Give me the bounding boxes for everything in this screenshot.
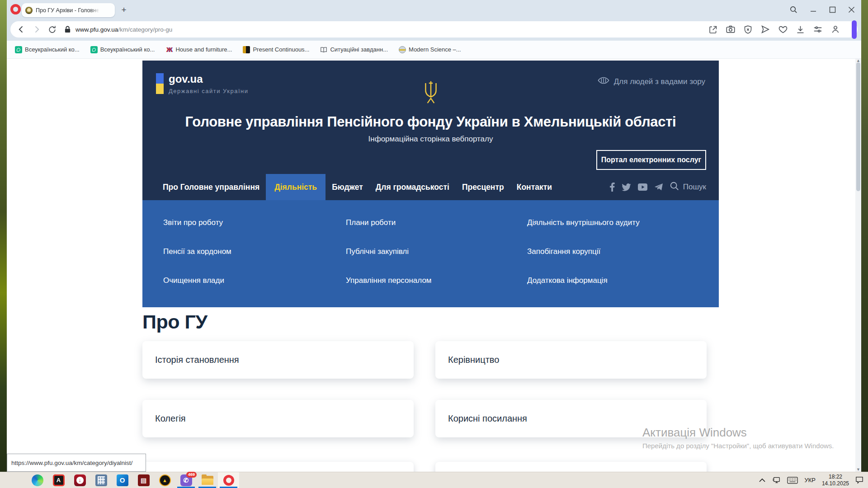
site-search[interactable]: Пошук — [670, 174, 719, 200]
youtube-icon[interactable] — [638, 183, 647, 191]
accessibility-label: Для людей з вадами зору — [614, 77, 705, 86]
search-tabs-icon[interactable] — [789, 5, 798, 14]
bookmark-item[interactable]: Всеукраїнський ко... — [15, 46, 80, 53]
adblock-shield-icon[interactable] — [743, 25, 753, 34]
sidebar-panel-indicator[interactable] — [852, 20, 857, 39]
main-navigation: Про Головне управління Діяльність Бюджет… — [142, 174, 719, 200]
open-book-icon — [320, 46, 327, 53]
address-bar[interactable]: www.pfu.gov.ua/km/category/pro-gu — [10, 21, 858, 38]
maximize-button[interactable] — [829, 6, 836, 13]
forward-icon[interactable] — [31, 24, 42, 35]
new-tab-button[interactable]: + — [118, 5, 129, 15]
globe-emblem-icon — [399, 46, 406, 53]
system-tray: УКР 18:22 14.10.2025 — [759, 474, 868, 487]
trident-emblem-icon — [421, 80, 440, 107]
lock-icon[interactable] — [62, 24, 73, 35]
nav-item-activity[interactable]: Діяльність — [266, 174, 326, 200]
taskbar-downloader[interactable]: ↓ — [69, 472, 90, 488]
tab-bar: Про ГУ Архіви - Головне + — [7, 0, 861, 19]
bookmark-item[interactable]: Modern Science –... — [399, 46, 461, 53]
taskbar-viber[interactable]: ✆469 — [175, 472, 197, 488]
telegram-icon[interactable] — [654, 183, 663, 191]
browser-window: Про ГУ Архіви - Головне + — [7, 0, 861, 472]
site-header: gov.ua Державні сайти України Для людей … — [142, 61, 719, 200]
bookmark-item[interactable]: Ж House and furniture... — [165, 46, 232, 53]
dropdown-link[interactable]: Публічні закупівлі — [346, 247, 409, 256]
easy-setup-sliders-icon[interactable] — [813, 24, 823, 34]
taskbar-explorer[interactable] — [197, 472, 218, 488]
viber-icon: ✆469 — [180, 474, 192, 486]
nav-item-about[interactable]: Про Головне управління — [156, 174, 266, 200]
opera-icon — [223, 475, 234, 486]
facebook-icon[interactable] — [610, 183, 615, 192]
dropdown-link[interactable]: Управління персоналом — [346, 276, 432, 285]
aimp-icon: ▲ — [159, 474, 171, 486]
downloads-icon[interactable] — [796, 25, 805, 34]
card-history[interactable]: Історія становлення — [142, 341, 414, 379]
scroll-down-icon[interactable]: ▼ — [855, 467, 861, 472]
tray-chevron-icon[interactable] — [759, 478, 765, 482]
start-button[interactable] — [5, 472, 27, 488]
taskbar-outlook[interactable]: O — [112, 472, 133, 488]
status-bar-link: https://www.pfu.gov.ua/km/category/diyal… — [7, 454, 146, 472]
activity-dropdown-menu: Звіти про роботу Пенсії за кордоном Очищ… — [142, 200, 719, 307]
nav-item-budget[interactable]: Бюджет — [326, 174, 369, 200]
scrollbar-thumb[interactable] — [856, 62, 860, 191]
browser-tab[interactable]: Про ГУ Архіви - Головне — [22, 3, 115, 17]
card-collegium[interactable]: Колегія — [142, 400, 414, 437]
reload-icon[interactable] — [47, 24, 57, 35]
notification-center-icon[interactable] — [855, 476, 863, 484]
dropdown-link[interactable]: Запобігання корупції — [527, 247, 600, 256]
book-app-icon: ▤ — [138, 474, 150, 486]
nav-item-contacts[interactable]: Контакти — [510, 174, 558, 200]
flow-send-icon[interactable] — [760, 24, 770, 34]
nav-item-public[interactable]: Для громадськості — [369, 174, 456, 200]
pfu-favicon-icon — [25, 7, 33, 14]
url-text[interactable]: www.pfu.gov.ua/km/category/pro-gu — [75, 26, 172, 33]
eservices-portal-button[interactable]: Портал електронних послуг — [596, 150, 706, 170]
green-portal-icon — [90, 46, 98, 53]
bookmark-heart-icon[interactable] — [778, 24, 788, 34]
taskbar-reader[interactable]: ▤ — [133, 472, 154, 488]
impaired-vision-eye-icon — [598, 77, 609, 86]
share-page-icon[interactable] — [708, 25, 718, 34]
search-icon — [670, 181, 679, 193]
green-portal-icon — [15, 46, 22, 53]
outlook-icon: O — [117, 474, 128, 486]
twitter-icon[interactable] — [622, 183, 631, 191]
language-indicator[interactable]: УКР — [804, 477, 816, 483]
file-explorer-icon — [202, 476, 213, 485]
minimize-button[interactable] — [810, 6, 817, 13]
taskbar-calculator[interactable] — [90, 472, 112, 488]
network-icon[interactable] — [772, 476, 781, 484]
profile-icon[interactable] — [830, 24, 840, 34]
dropdown-link[interactable]: Діяльність внутрішнього аудиту — [527, 218, 640, 227]
close-button[interactable] — [848, 6, 855, 13]
card-leadership[interactable]: Керівництво — [435, 341, 707, 379]
snapshot-camera-icon[interactable] — [726, 24, 736, 34]
taskbar-aimp[interactable]: ▲ — [154, 472, 175, 488]
dropdown-link[interactable]: Звіти про роботу — [163, 218, 223, 227]
taskbar-edge[interactable] — [27, 472, 48, 488]
opera-menu-icon[interactable] — [10, 4, 21, 14]
dropdown-link[interactable]: Очищення влади — [163, 276, 224, 285]
card-partial[interactable] — [435, 462, 707, 472]
taskbar-opera[interactable] — [218, 472, 239, 488]
taskbar-acrobat[interactable]: A — [48, 472, 69, 488]
govua-logo[interactable]: gov.ua Державні сайти України — [156, 73, 248, 94]
govua-logo-text: gov.ua — [169, 73, 248, 85]
back-icon[interactable] — [16, 24, 27, 35]
dropdown-link[interactable]: Додаткова інформація — [527, 276, 608, 285]
bookmark-item[interactable]: Present Continuous... — [243, 46, 309, 53]
bookmark-item[interactable]: Всеукраїнський ко... — [90, 46, 155, 53]
dropdown-link[interactable]: Пенсії за кордоном — [163, 247, 231, 256]
accessibility-link[interactable]: Для людей з вадами зору — [598, 77, 705, 86]
nav-item-press[interactable]: Пресцентр — [456, 174, 510, 200]
bookmark-item[interactable]: Ситуаційні завданн... — [320, 46, 388, 53]
page-scrollbar[interactable]: ▲ ▼ — [855, 59, 861, 472]
dropdown-link[interactable]: Плани роботи — [346, 218, 396, 227]
desktop-wallpaper-left — [0, 0, 7, 472]
card-partial[interactable] — [142, 462, 414, 472]
keyboard-icon[interactable] — [787, 477, 798, 484]
clock[interactable]: 18:22 14.10.2025 — [822, 474, 849, 487]
